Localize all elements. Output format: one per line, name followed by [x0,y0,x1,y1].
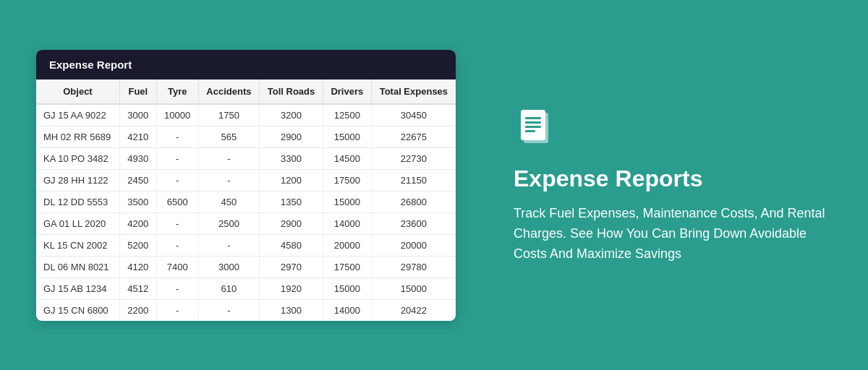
data-cell: 21150 [371,169,456,191]
data-cell: 450 [198,191,259,212]
object-cell: DL 12 DD 5553 [36,191,119,212]
document-icon [514,106,557,149]
svg-rect-4 [525,126,541,128]
data-cell: 4200 [119,212,156,234]
data-cell: 30450 [371,104,456,126]
data-cell: 14000 [323,212,371,234]
data-cell: - [198,299,259,321]
data-cell: 610 [198,278,259,299]
data-cell: - [156,169,198,191]
object-cell: KL 15 CN 2002 [36,234,119,256]
data-cell: - [198,147,259,169]
data-cell: 4580 [260,234,323,256]
data-cell: 1750 [198,104,259,126]
data-cell: 3500 [119,191,156,212]
table-row: DL 12 DD 55533500650045013501500026800 [36,191,456,212]
data-cell: 1350 [260,191,323,212]
svg-rect-5 [525,130,535,132]
data-cell: - [156,126,198,147]
data-cell: 4120 [119,256,156,278]
data-cell: 4512 [119,278,156,299]
svg-rect-1 [521,110,545,140]
data-cell: - [156,278,198,299]
data-cell: 5200 [119,234,156,256]
expense-table: ObjectFuelTyreAccidentsToll RoadsDrivers… [36,79,456,321]
data-cell: 2970 [260,256,323,278]
data-cell: 14500 [323,147,371,169]
data-cell: 1300 [260,299,323,321]
data-cell: - [156,299,198,321]
object-cell: GJ 15 AB 1234 [36,278,119,299]
object-cell: GJ 28 HH 1122 [36,169,119,191]
data-cell: 12500 [323,104,371,126]
svg-rect-2 [525,117,541,119]
table-row: DL 06 MN 802141207400300029701750029780 [36,256,456,278]
expense-report-card: Expense Report ObjectFuelTyreAccidentsTo… [36,50,456,321]
table-row: KL 15 CN 20025200--45802000020000 [36,234,456,256]
data-cell: 4930 [119,147,156,169]
column-header: Toll Roads [260,79,323,104]
column-header: Accidents [198,79,259,104]
data-cell: 20422 [371,299,456,321]
table-row: KA 10 PO 34824930--33001450022730 [36,147,456,169]
column-header: Total Expenses [371,79,456,104]
data-cell: 20000 [323,234,371,256]
data-cell: - [156,234,198,256]
info-description: Track Fuel Expenses, Maintenance Costs, … [514,204,832,264]
object-cell: GJ 15 AA 9022 [36,104,119,126]
data-cell: 2900 [260,212,323,234]
data-cell: 14000 [323,299,371,321]
table-row: GJ 28 HH 11222450--12001750021150 [36,169,456,191]
data-cell: 2900 [260,126,323,147]
data-cell: 20000 [371,234,456,256]
data-cell: 15000 [323,126,371,147]
data-cell: 22675 [371,126,456,147]
info-panel: Expense Reports Track Fuel Expenses, Mai… [499,106,832,264]
data-cell: 15000 [323,191,371,212]
data-cell: 4210 [119,126,156,147]
data-cell: 2200 [119,299,156,321]
data-cell: 7400 [156,256,198,278]
data-cell: 17500 [323,256,371,278]
data-cell: 23600 [371,212,456,234]
column-header: Fuel [119,79,156,104]
data-cell: 15000 [323,278,371,299]
data-cell: 1200 [260,169,323,191]
data-cell: 22730 [371,147,456,169]
column-header: Tyre [156,79,198,104]
card-header: Expense Report [36,50,456,79]
info-title: Expense Reports [514,165,832,192]
data-cell: 6500 [156,191,198,212]
table-row: GJ 15 AB 12344512-61019201500015000 [36,278,456,299]
column-header: Object [36,79,119,104]
data-cell: 2450 [119,169,156,191]
svg-rect-3 [525,121,541,124]
data-cell: - [156,212,198,234]
column-header: Drivers [323,79,371,104]
data-cell: 3000 [198,256,259,278]
data-cell: 1920 [260,278,323,299]
data-cell: 17500 [323,169,371,191]
data-cell: - [156,147,198,169]
table-row: GA 01 LL 20204200-250029001400023600 [36,212,456,234]
object-cell: KA 10 PO 3482 [36,147,119,169]
table-row: GJ 15 AA 9022300010000175032001250030450 [36,104,456,126]
table-row: GJ 15 CN 68002200--13001400020422 [36,299,456,321]
data-cell: 26800 [371,191,456,212]
data-cell: 565 [198,126,259,147]
data-cell: 3200 [260,104,323,126]
data-cell: 29780 [371,256,456,278]
object-cell: GA 01 LL 2020 [36,212,119,234]
object-cell: MH 02 RR 5689 [36,126,119,147]
table-row: MH 02 RR 56894210-56529001500022675 [36,126,456,147]
data-cell: 10000 [156,104,198,126]
data-cell: 3000 [119,104,156,126]
main-container: Expense Report ObjectFuelTyreAccidentsTo… [36,50,832,321]
data-cell: 15000 [371,278,456,299]
data-cell: 3300 [260,147,323,169]
object-cell: GJ 15 CN 6800 [36,299,119,321]
object-cell: DL 06 MN 8021 [36,256,119,278]
data-cell: - [198,169,259,191]
data-cell: 2500 [198,212,259,234]
data-cell: - [198,234,259,256]
